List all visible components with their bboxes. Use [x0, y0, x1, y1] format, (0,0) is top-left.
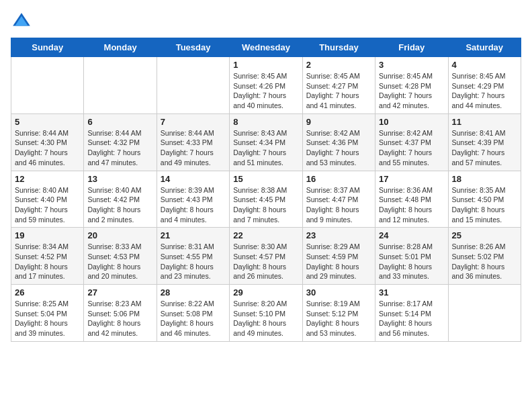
day-number: 1	[233, 60, 298, 70]
calendar-cell: 18Sunrise: 8:35 AM Sunset: 4:50 PM Dayli…	[448, 171, 521, 228]
day-of-week-header: Thursday	[302, 38, 375, 57]
day-number: 15	[233, 174, 298, 184]
day-number: 29	[233, 287, 298, 298]
calendar-week-row: 5Sunrise: 8:44 AM Sunset: 4:30 PM Daylig…	[11, 113, 521, 171]
day-info: Sunrise: 8:23 AM Sunset: 5:06 PM Dayligh…	[87, 299, 152, 338]
calendar-cell: 23Sunrise: 8:29 AM Sunset: 4:59 PM Dayli…	[302, 228, 375, 285]
day-info: Sunrise: 8:41 AM Sunset: 4:39 PM Dayligh…	[452, 128, 517, 168]
day-info: Sunrise: 8:31 AM Sunset: 4:55 PM Dayligh…	[161, 242, 226, 281]
day-number: 24	[379, 230, 444, 240]
day-info: Sunrise: 8:42 AM Sunset: 4:37 PM Dayligh…	[379, 128, 444, 168]
calendar-header-row: SundayMondayTuesdayWednesdayThursdayFrid…	[11, 38, 521, 57]
calendar-cell: 29Sunrise: 8:20 AM Sunset: 5:10 PM Dayli…	[230, 285, 302, 342]
day-number: 11	[452, 117, 517, 127]
day-of-week-header: Sunday	[11, 38, 84, 57]
calendar-cell: 26Sunrise: 8:25 AM Sunset: 5:04 PM Dayli…	[11, 285, 84, 342]
day-info: Sunrise: 8:19 AM Sunset: 5:12 PM Dayligh…	[306, 299, 371, 338]
day-info: Sunrise: 8:45 AM Sunset: 4:29 PM Dayligh…	[452, 71, 517, 111]
calendar-cell: 13Sunrise: 8:40 AM Sunset: 4:42 PM Dayli…	[84, 171, 157, 228]
day-number: 13	[87, 174, 152, 184]
day-number: 20	[87, 230, 152, 240]
day-info: Sunrise: 8:44 AM Sunset: 4:33 PM Dayligh…	[161, 128, 226, 168]
calendar-cell: 28Sunrise: 8:22 AM Sunset: 5:08 PM Dayli…	[157, 285, 229, 342]
day-info: Sunrise: 8:35 AM Sunset: 4:50 PM Dayligh…	[452, 185, 517, 225]
day-info: Sunrise: 8:28 AM Sunset: 5:01 PM Dayligh…	[379, 242, 444, 281]
day-number: 8	[233, 117, 298, 127]
calendar-cell: 9Sunrise: 8:42 AM Sunset: 4:36 PM Daylig…	[302, 113, 375, 171]
day-info: Sunrise: 8:38 AM Sunset: 4:45 PM Dayligh…	[233, 185, 298, 225]
day-info: Sunrise: 8:42 AM Sunset: 4:36 PM Dayligh…	[306, 128, 371, 168]
calendar-cell: 3Sunrise: 8:45 AM Sunset: 4:28 PM Daylig…	[375, 57, 448, 114]
calendar-cell: 30Sunrise: 8:19 AM Sunset: 5:12 PM Dayli…	[302, 285, 375, 342]
calendar-cell: 7Sunrise: 8:44 AM Sunset: 4:33 PM Daylig…	[157, 113, 229, 171]
calendar-table: SundayMondayTuesdayWednesdayThursdayFrid…	[11, 38, 521, 342]
calendar-cell: 16Sunrise: 8:37 AM Sunset: 4:47 PM Dayli…	[302, 171, 375, 228]
day-number: 31	[379, 287, 444, 298]
day-of-week-header: Friday	[375, 38, 448, 57]
day-number: 4	[452, 60, 517, 70]
day-of-week-header: Saturday	[448, 38, 521, 57]
day-number: 27	[87, 287, 152, 298]
day-info: Sunrise: 8:36 AM Sunset: 4:48 PM Dayligh…	[379, 185, 444, 225]
calendar-cell: 6Sunrise: 8:44 AM Sunset: 4:32 PM Daylig…	[84, 113, 157, 171]
day-number: 30	[306, 287, 371, 298]
day-number: 21	[161, 230, 226, 240]
day-info: Sunrise: 8:29 AM Sunset: 4:59 PM Dayligh…	[306, 242, 371, 281]
day-info: Sunrise: 8:17 AM Sunset: 5:14 PM Dayligh…	[379, 299, 444, 338]
day-number: 25	[452, 230, 517, 240]
calendar-cell: 25Sunrise: 8:26 AM Sunset: 5:02 PM Dayli…	[448, 228, 521, 285]
day-info: Sunrise: 8:45 AM Sunset: 4:26 PM Dayligh…	[233, 71, 298, 111]
day-info: Sunrise: 8:22 AM Sunset: 5:08 PM Dayligh…	[161, 299, 226, 338]
day-number: 22	[233, 230, 298, 240]
calendar-cell: 11Sunrise: 8:41 AM Sunset: 4:39 PM Dayli…	[448, 113, 521, 171]
calendar-cell: 24Sunrise: 8:28 AM Sunset: 5:01 PM Dayli…	[375, 228, 448, 285]
calendar-cell: 12Sunrise: 8:40 AM Sunset: 4:40 PM Dayli…	[11, 171, 84, 228]
calendar-cell: 1Sunrise: 8:45 AM Sunset: 4:26 PM Daylig…	[230, 57, 302, 114]
calendar-cell: 19Sunrise: 8:34 AM Sunset: 4:52 PM Dayli…	[11, 228, 84, 285]
day-of-week-header: Wednesday	[230, 38, 302, 57]
logo	[11, 11, 35, 32]
day-info: Sunrise: 8:43 AM Sunset: 4:34 PM Dayligh…	[233, 128, 298, 168]
day-number: 28	[161, 287, 226, 298]
day-info: Sunrise: 8:44 AM Sunset: 4:32 PM Dayligh…	[87, 128, 152, 168]
day-of-week-header: Monday	[84, 38, 157, 57]
calendar-cell: 22Sunrise: 8:30 AM Sunset: 4:57 PM Dayli…	[230, 228, 302, 285]
calendar-cell: 5Sunrise: 8:44 AM Sunset: 4:30 PM Daylig…	[11, 113, 84, 171]
day-number: 9	[306, 117, 371, 127]
day-number: 10	[379, 117, 444, 127]
day-info: Sunrise: 8:33 AM Sunset: 4:53 PM Dayligh…	[87, 242, 152, 281]
calendar-cell: 27Sunrise: 8:23 AM Sunset: 5:06 PM Dayli…	[84, 285, 157, 342]
day-info: Sunrise: 8:40 AM Sunset: 4:42 PM Dayligh…	[87, 185, 152, 225]
day-info: Sunrise: 8:45 AM Sunset: 4:27 PM Dayligh…	[306, 71, 371, 111]
day-number: 14	[161, 174, 226, 184]
calendar-week-row: 12Sunrise: 8:40 AM Sunset: 4:40 PM Dayli…	[11, 171, 521, 228]
calendar-cell: 2Sunrise: 8:45 AM Sunset: 4:27 PM Daylig…	[302, 57, 375, 114]
calendar-cell: 21Sunrise: 8:31 AM Sunset: 4:55 PM Dayli…	[157, 228, 229, 285]
calendar-week-row: 26Sunrise: 8:25 AM Sunset: 5:04 PM Dayli…	[11, 285, 521, 342]
day-info: Sunrise: 8:20 AM Sunset: 5:10 PM Dayligh…	[233, 299, 298, 338]
calendar-cell: 4Sunrise: 8:45 AM Sunset: 4:29 PM Daylig…	[448, 57, 521, 114]
day-info: Sunrise: 8:45 AM Sunset: 4:28 PM Dayligh…	[379, 71, 444, 111]
calendar-cell	[11, 57, 84, 114]
calendar-cell: 10Sunrise: 8:42 AM Sunset: 4:37 PM Dayli…	[375, 113, 448, 171]
day-number: 12	[15, 174, 80, 184]
day-number: 26	[15, 287, 80, 298]
day-number: 19	[15, 230, 80, 240]
day-info: Sunrise: 8:34 AM Sunset: 4:52 PM Dayligh…	[15, 242, 80, 281]
calendar-cell	[84, 57, 157, 114]
calendar-cell: 15Sunrise: 8:38 AM Sunset: 4:45 PM Dayli…	[230, 171, 302, 228]
day-info: Sunrise: 8:39 AM Sunset: 4:43 PM Dayligh…	[161, 185, 226, 225]
day-info: Sunrise: 8:37 AM Sunset: 4:47 PM Dayligh…	[306, 185, 371, 225]
day-info: Sunrise: 8:44 AM Sunset: 4:30 PM Dayligh…	[15, 128, 80, 168]
day-number: 6	[87, 117, 152, 127]
calendar-cell: 8Sunrise: 8:43 AM Sunset: 4:34 PM Daylig…	[230, 113, 302, 171]
day-info: Sunrise: 8:30 AM Sunset: 4:57 PM Dayligh…	[233, 242, 298, 281]
day-number: 17	[379, 174, 444, 184]
day-number: 3	[379, 60, 444, 70]
calendar-cell	[448, 285, 521, 342]
calendar-cell: 20Sunrise: 8:33 AM Sunset: 4:53 PM Dayli…	[84, 228, 157, 285]
day-number: 18	[452, 174, 517, 184]
day-number: 7	[161, 117, 226, 127]
day-number: 2	[306, 60, 371, 70]
logo-icon	[11, 11, 32, 32]
